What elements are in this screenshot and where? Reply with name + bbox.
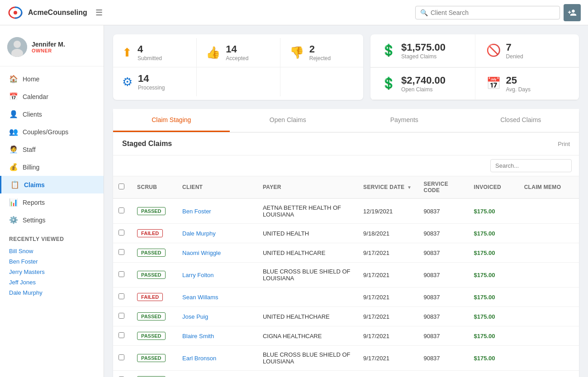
tab-closed-claims[interactable]: Closed Claims (463, 109, 579, 132)
service-code: 90837 (418, 263, 468, 287)
service-date: 9/17/2021 (358, 287, 418, 307)
sidebar-item-reports[interactable]: 📊Reports (0, 193, 104, 211)
claim-memo (519, 326, 579, 346)
service-date: 12/19/2021 (358, 198, 418, 224)
invoiced-amount: $175.00 (469, 371, 519, 377)
recent-item-jerry-masters[interactable]: Jerry Masters (9, 267, 95, 277)
claims-tabs-container: Claim StagingOpen ClaimsPaymentsClosed C… (113, 109, 579, 132)
tab-payments[interactable]: Payments (346, 109, 463, 132)
processing-label: Processing (138, 85, 165, 91)
row-checkbox[interactable] (119, 313, 124, 319)
col-claim-memo: CLAIM MEMO (519, 176, 579, 198)
sidebar-item-settings[interactable]: ⚙️Settings (0, 211, 104, 229)
payer-name: UNITED HEALTHCHARE (257, 307, 358, 326)
col-service-date[interactable]: SERVICE DATE ▼ (358, 176, 418, 198)
sidebar-item-claims[interactable]: 📋Claims (0, 176, 104, 193)
row-checkbox[interactable] (119, 249, 124, 255)
sidebar-item-home[interactable]: 🏠Home (0, 70, 104, 88)
claim-memo (519, 371, 579, 377)
client-name-link[interactable]: Larry Folton (182, 272, 213, 278)
hamburger-menu[interactable]: ☰ (95, 8, 103, 18)
recent-item-jeff-jones[interactable]: Jeff Jones (9, 277, 95, 287)
service-code: 90837 (418, 371, 468, 377)
scrub-badge: PASSED (137, 332, 165, 340)
clients-icon: 👤 (9, 110, 18, 118)
recent-items-list: Bill SnowBen FosterJerry MastersJeff Jon… (9, 246, 95, 298)
invoiced-amount: $175.00 (469, 326, 519, 346)
row-checkbox[interactable] (119, 354, 124, 360)
scrub-badge: FAILED (137, 293, 163, 301)
calendar-icon: 📅 (9, 92, 18, 101)
sidebar: Jennifer M. OWNER 🏠Home📅Calendar👤Clients… (0, 25, 104, 377)
claims-title: Staged Claims (122, 140, 172, 148)
print-button[interactable]: Print (558, 141, 570, 147)
client-name-link[interactable]: Dale Murphy (182, 230, 216, 237)
scrub-badge: PASSED (137, 249, 165, 257)
main-content: ⬆ 4 Submitted 👍 14 Accepted 👎 (104, 25, 588, 377)
submitted-label: Submitted (138, 55, 162, 61)
select-all-checkbox[interactable] (119, 184, 124, 189)
stat-accepted: 👍 14 Accepted (196, 38, 280, 67)
service-date: 9/17/2021 (358, 346, 418, 371)
table-row: PASSED Larry Folton BLUE CROSS BLUE SHIE… (113, 263, 579, 287)
logo-area: AcmeCounseling ☰ (7, 5, 107, 21)
client-search-box[interactable]: 🔍 (415, 6, 560, 19)
service-code: 90837 (418, 287, 468, 307)
denied-icon: 🚫 (486, 43, 501, 57)
claim-memo (519, 287, 579, 307)
client-name-link[interactable]: Ben Foster (182, 208, 211, 215)
recent-item-bill-snow[interactable]: Bill Snow (9, 246, 95, 256)
rejected-icon: 👎 (289, 46, 304, 60)
client-search-input[interactable] (431, 9, 555, 16)
open-claims-icon: 💲 (381, 76, 396, 90)
payer-name: AETNA BETTER HEALTH OF LOUISIANA (257, 198, 358, 224)
processing-icon: ⚙ (122, 75, 133, 89)
invoiced-amount: $175.00 (469, 287, 519, 307)
client-name-link[interactable]: Earl Bronson (182, 355, 216, 362)
client-name-link[interactable]: Jose Puig (182, 313, 208, 320)
sidebar-item-label: Staff (23, 146, 36, 153)
sidebar-item-clients[interactable]: 👤Clients (0, 105, 104, 123)
tab-claim-staging[interactable]: Claim Staging (113, 109, 230, 132)
client-name-link[interactable]: Sean Willams (182, 294, 218, 301)
invoiced-amount: $175.00 (469, 198, 519, 224)
col-service-code: SERVICE CODE (418, 176, 468, 198)
row-checkbox[interactable] (119, 271, 124, 277)
sort-arrow: ▼ (407, 185, 412, 190)
table-row: PASSED Sarah Fishburne BLUE CROSS BLUE S… (113, 371, 579, 377)
tab-open-claims[interactable]: Open Claims (230, 109, 346, 132)
client-name-link[interactable]: Blaire Smith (182, 333, 214, 339)
payer-name: BLUE CROSS BLUE SHIELD OF (257, 371, 358, 377)
invoiced-amount: $175.00 (469, 224, 519, 243)
claim-memo (519, 198, 579, 224)
sidebar-item-label: Couples/Groups (23, 128, 68, 136)
stats-right-box: 💲 $1,575.00 Staged Claims 🚫 7 Denied 💲 (370, 34, 579, 100)
stat-rejected: 👎 2 Rejected (280, 38, 363, 67)
staged-claims-value: $1,575.00 (401, 42, 446, 53)
col-invoiced: INVOICED (469, 176, 519, 198)
sidebar-item-staff[interactable]: 🧑‍💼Staff (0, 141, 104, 158)
recent-item-ben-foster[interactable]: Ben Foster (9, 256, 95, 267)
row-checkbox[interactable] (119, 293, 124, 299)
add-client-button[interactable] (564, 4, 581, 21)
table-row: PASSED Ben Foster AETNA BETTER HEALTH OF… (113, 198, 579, 224)
row-checkbox[interactable] (119, 230, 124, 236)
staged-claims-label: Staged Claims (401, 53, 446, 60)
table-row: PASSED Earl Bronson BLUE CROSS BLUE SHIE… (113, 346, 579, 371)
processing-num: 14 (138, 73, 165, 85)
row-checkbox[interactable] (119, 207, 124, 213)
payer-name: UNITED HEALTHCARE (257, 243, 358, 263)
sidebar-item-couples-groups[interactable]: 👥Couples/Groups (0, 123, 104, 141)
col-payer: PAYER (257, 176, 358, 198)
stat-denied: 🚫 7 Denied (475, 34, 579, 67)
sidebar-item-billing[interactable]: 💰Billing (0, 158, 104, 176)
claim-memo (519, 346, 579, 371)
row-checkbox[interactable] (119, 332, 124, 338)
avg-days-num: 25 (506, 75, 531, 86)
table-search-input[interactable] (490, 159, 572, 172)
staged-claims-icon: 💲 (381, 43, 396, 57)
client-name-link[interactable]: Naomi Wriggle (182, 250, 221, 256)
app-name: AcmeCounseling (28, 9, 87, 17)
sidebar-item-calendar[interactable]: 📅Calendar (0, 88, 104, 105)
recent-item-dale-murphy[interactable]: Dale Murphy (9, 287, 95, 298)
